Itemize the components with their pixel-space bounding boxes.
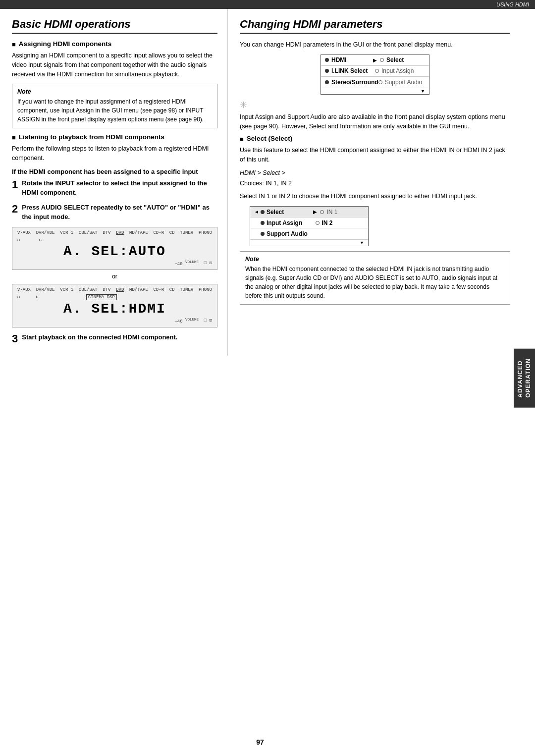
gui-menu-bottom: ◄ Select ▶ IN 1 Input Assign IN 2 — [250, 206, 369, 246]
gui-menu-top: HDMI ▶ Select i.LINK Select Input Assign — [321, 54, 429, 95]
gui-bottom-row-supportaudio: Support Audio — [250, 228, 368, 239]
step-3-number: 3 — [12, 333, 18, 344]
note-title-2: Note — [245, 256, 505, 263]
step-1-text: Rotate the INPUT selector to select the … — [22, 178, 217, 198]
page-footer: 97 — [0, 738, 520, 746]
panel-2-bottom: −40 VOLUME □ ⊡ — [17, 318, 212, 324]
note-box-2: Note When the HDMI component connected t… — [240, 251, 510, 305]
step-2-text: Press AUDIO SELECT repeatedly to set "AU… — [22, 203, 217, 222]
gui-menu-down-arrow: ▼ — [321, 88, 429, 94]
bullet-ilink — [325, 69, 329, 73]
select-path: HDMI > Select > — [240, 168, 510, 178]
panel-1-bottom: −40 VOLUME □ ⊡ — [17, 260, 212, 267]
bullet-inputassign — [375, 69, 379, 73]
subsection-select: Select (Select) — [240, 135, 510, 143]
right-sidebar-tab: ADVANCED OPERATION — [514, 348, 535, 407]
subsection-assigning: Assigning HDMI components — [12, 40, 217, 48]
right-section-title: Changing HDMI parameters — [240, 18, 510, 34]
bullet-stereo — [325, 80, 329, 84]
display-panel-1: V-AUX DVR/VDE VCR 1 CBL/SAT DTV DVD MD/T… — [12, 227, 217, 270]
panel-2-top-row: V-AUX DVR/VDE VCR 1 CBL/SAT DTV DVD MD/T… — [17, 287, 212, 292]
top-bar-label: USING HDMI — [496, 1, 529, 7]
bullet-supportaudio2 — [261, 232, 265, 236]
step-1-number: 1 — [12, 179, 18, 190]
left-column: Basic HDMI operations Assigning HDMI com… — [0, 9, 228, 356]
left-section-title: Basic HDMI operations — [12, 18, 217, 34]
hint-star-icon: ✳ — [240, 100, 510, 110]
panel-1-icons-row: ↺ ↻ — [17, 237, 212, 243]
step-2: 2 Press AUDIO SELECT repeatedly to set "… — [12, 203, 217, 222]
subsection-listening: Listening to playback from HDMI componen… — [12, 133, 217, 141]
bullet-supportaudio — [378, 80, 382, 84]
gui-menu-bottom-down-arrow: ▼ — [250, 239, 368, 246]
note-text-2: When the HDMI component connected to the… — [245, 265, 505, 300]
main-content: Basic HDMI operations Assigning HDMI com… — [0, 9, 520, 356]
panel-1-top-row: V-AUX DVR/VDE VCR 1 CBL/SAT DTV DVD MD/T… — [17, 230, 212, 235]
gui-bottom-row-select: ◄ Select ▶ IN 1 — [250, 207, 368, 217]
display-2-main: A. SEL:HDMI — [17, 301, 212, 317]
bullet-hdmi — [325, 58, 329, 62]
bold-subhead: If the HDMI component has been assigned … — [12, 168, 217, 175]
bullet-inputassign2 — [261, 221, 265, 225]
assigning-body: Assigning an HDMI component to a specifi… — [12, 51, 217, 79]
display-panel-2: V-AUX DVR/VDE VCR 1 CBL/SAT DTV DVD MD/T… — [12, 284, 217, 327]
select-body: Use this feature to select the HDMI comp… — [240, 146, 510, 164]
bullet-in2 — [316, 221, 320, 225]
right-intro: You can change HDMI parameters in the GU… — [240, 40, 510, 50]
gui-bottom-row-inputassign: Input Assign IN 2 — [250, 217, 368, 228]
step-3-text: Start playback on the connected HDMI com… — [22, 332, 217, 342]
bullet-select-left — [261, 210, 265, 214]
gui-row-hdmi: HDMI ▶ Select — [321, 55, 429, 66]
select-choices: Choices: IN 1, IN 2 — [240, 179, 510, 188]
note-text-1: If you want to change the input assignme… — [17, 97, 212, 124]
step-2-number: 2 — [12, 204, 18, 215]
listening-body: Perform the following steps to listen to… — [12, 144, 217, 163]
page-number: 97 — [256, 738, 264, 746]
gui-row-stereo: Stereo/Surround Support Audio — [321, 77, 429, 88]
step-3: 3 Start playback on the connected HDMI c… — [12, 332, 217, 342]
note-title-1: Note — [17, 88, 212, 95]
note-box-1: Note If you want to change the input ass… — [12, 84, 217, 128]
panel-2-icons-row: ↺ ↻ CINEMA DSP — [17, 294, 212, 300]
display-1-main: A. SEL:AUTO — [17, 244, 212, 259]
bullet-select-right — [380, 58, 384, 62]
select-body-after: Select IN 1 or IN 2 to choose the HDMI c… — [240, 192, 510, 201]
right-column: Changing HDMI parameters You can change … — [228, 9, 520, 356]
or-text: or — [12, 273, 217, 280]
bullet-in1 — [320, 210, 324, 214]
hint-text: Input Assign and Support Audio are also … — [240, 112, 510, 131]
gui-row-ilink: i.LINK Select Input Assign — [321, 66, 429, 77]
step-1: 1 Rotate the INPUT selector to select th… — [12, 178, 217, 198]
top-bar: USING HDMI — [0, 0, 535, 9]
